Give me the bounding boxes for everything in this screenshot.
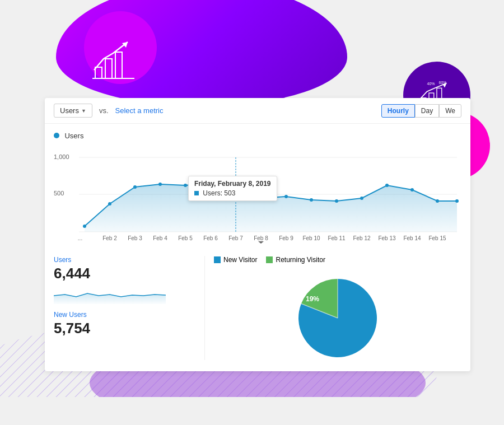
data-point <box>158 183 162 186</box>
time-period-buttons: Hourly Day We <box>381 104 461 118</box>
chart-tooltip: Friday, February 8, 2019 Users: 503 <box>188 176 277 201</box>
users-stat-value: 6,444 <box>54 265 195 282</box>
vs-label: vs. <box>99 106 109 115</box>
data-point <box>184 184 187 187</box>
tooltip-dot <box>194 191 199 195</box>
chart-section: Users 1,000 500 <box>45 124 470 248</box>
svg-text:Feb 6: Feb 6 <box>203 235 218 241</box>
stats-right-panel: New Visitor Returning Visitor <box>205 256 461 360</box>
svg-text:Feb 14: Feb 14 <box>403 235 421 241</box>
svg-text:Feb 2: Feb 2 <box>102 235 117 241</box>
40pct-label: 40% <box>427 82 435 86</box>
users-stat: Users 6,444 <box>54 256 195 304</box>
svg-text:...: ... <box>78 235 82 241</box>
new-users-stat: New Users 5,754 <box>54 311 195 337</box>
line-chart-container: 1,000 500 <box>54 145 461 248</box>
new-visitor-legend: New Visitor <box>214 256 257 264</box>
returning-visitor-label: Returning Visitor <box>276 256 325 264</box>
svg-text:1,000: 1,000 <box>54 153 69 160</box>
svg-text:Feb 9: Feb 9 <box>279 235 293 241</box>
svg-rect-1 <box>105 59 112 78</box>
data-point <box>385 184 389 187</box>
week-button[interactable]: We <box>439 104 461 118</box>
pie-chart-svg: 19% <box>282 270 394 360</box>
returning-percent-label: 19% <box>306 295 319 303</box>
svg-text:500: 500 <box>54 190 64 197</box>
new-users-stat-value: 5,754 <box>54 320 195 337</box>
stats-left-panel: Users 6,444 Ne <box>54 256 205 360</box>
tooltip-metric-row: Users: 503 <box>194 189 271 197</box>
chart-legend: Users <box>54 130 461 141</box>
pie-legend: New Visitor Returning Visitor <box>214 256 461 264</box>
data-point <box>436 199 439 203</box>
svg-rect-0 <box>95 67 102 78</box>
data-point <box>360 197 363 200</box>
returning-visitor-dot <box>266 256 273 263</box>
data-point <box>83 225 86 228</box>
svg-text:Feb 8: Feb 8 <box>254 235 268 241</box>
data-point <box>133 185 137 189</box>
data-point <box>335 199 338 203</box>
hourly-button[interactable]: Hourly <box>381 104 415 118</box>
tooltip-metric-label: Users <box>203 189 220 197</box>
users-legend-dot <box>54 133 59 138</box>
new-visitor-label: New Visitor <box>223 256 257 264</box>
new-users-stat-label: New Users <box>54 311 195 319</box>
chart-toolbar: Users ▼ vs. Select a metric Hourly Day W… <box>45 98 470 124</box>
select-metric-link[interactable]: Select a metric <box>115 106 164 115</box>
svg-text:Feb 10: Feb 10 <box>302 235 320 241</box>
data-point <box>284 195 288 198</box>
svg-text:Feb 11: Feb 11 <box>328 235 346 241</box>
left-decorative-icon <box>90 36 140 87</box>
chevron-down-icon: ▼ <box>81 108 86 114</box>
users-legend-label: Users <box>64 132 83 140</box>
metric-dropdown[interactable]: Users ▼ <box>54 104 92 118</box>
data-point <box>108 202 111 206</box>
svg-text:Feb 5: Feb 5 <box>178 235 193 241</box>
svg-text:Feb 13: Feb 13 <box>378 235 396 241</box>
stats-section: Users 6,444 Ne <box>45 250 470 366</box>
data-point <box>410 188 414 192</box>
data-point <box>455 199 459 203</box>
main-analytics-card: Users ▼ vs. Select a metric Hourly Day W… <box>45 98 470 371</box>
day-button[interactable]: Day <box>415 104 439 118</box>
svg-text:Feb 4: Feb 4 <box>153 235 167 241</box>
svg-text:Feb 3: Feb 3 <box>128 235 142 241</box>
feb8-dropdown-arrow <box>258 241 264 244</box>
tooltip-metric-value: 503 <box>224 189 235 197</box>
users-stat-label: Users <box>54 256 195 264</box>
svg-text:Feb 15: Feb 15 <box>428 235 446 241</box>
svg-text:Feb 12: Feb 12 <box>353 235 371 241</box>
tooltip-date: Friday, February 8, 2019 <box>194 180 271 188</box>
new-visitor-dot <box>214 256 221 263</box>
pie-chart-container: 19% <box>214 270 461 360</box>
data-point <box>310 198 313 202</box>
users-mini-chart <box>54 284 195 304</box>
svg-text:Feb 7: Feb 7 <box>228 235 243 241</box>
svg-rect-2 <box>115 52 122 78</box>
metric-dropdown-label: Users <box>60 106 79 115</box>
returning-visitor-legend: Returning Visitor <box>266 256 325 264</box>
